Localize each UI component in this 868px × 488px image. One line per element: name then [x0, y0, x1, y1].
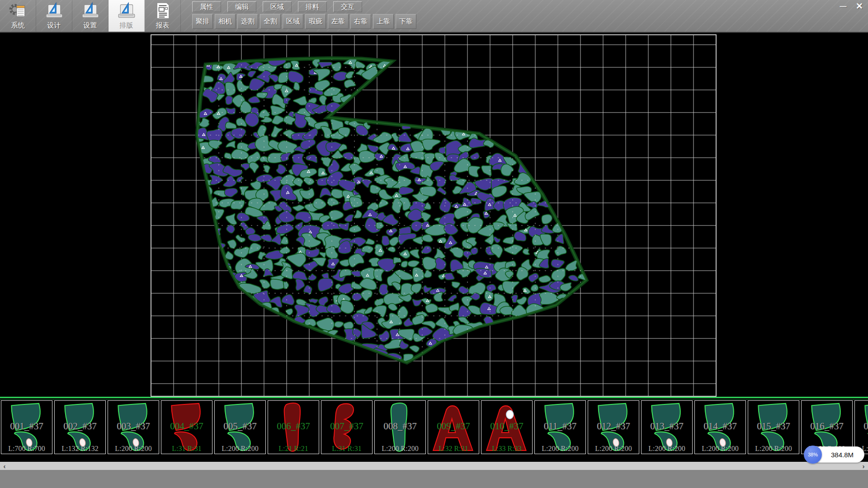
part-name: 012_#37: [588, 421, 639, 432]
part-thumbnail[interactable]: 004_#37L:31 R:31: [161, 400, 212, 454]
hide-nesting-view: [0, 33, 868, 397]
part-thumbnail[interactable]: 002_#37L:132 R:132: [54, 400, 106, 454]
part-lr-count: L:200 R:200: [535, 445, 585, 453]
select-cut-button[interactable]: 选割: [237, 14, 258, 29]
tab-nesting[interactable]: 排料: [298, 1, 327, 12]
app-window: 系统设计设置排版报表 属性编辑区域排料交互 聚排相机选割全割区域瑕疵左靠右靠上靠…: [0, 0, 868, 488]
part-name: 017_#37: [855, 421, 868, 432]
part-name: 004_#37: [161, 421, 212, 432]
part-name: 009_#37: [428, 421, 479, 432]
strip-separator: [0, 397, 868, 399]
part-thumbnail[interactable]: 009_#37L:32 R:31: [428, 400, 479, 454]
part-lr-count: L:132 R:132: [55, 445, 105, 453]
tab-edit[interactable]: 编辑: [227, 1, 256, 12]
tab-interaction[interactable]: 交互: [333, 1, 362, 12]
part-lr-count: L:31 R:31: [161, 445, 212, 453]
tab-region[interactable]: 区域: [263, 1, 292, 12]
module-system[interactable]: 系统: [0, 0, 36, 32]
gear-notebook-icon: [9, 1, 28, 20]
part-lr-count: L:200 R:200: [375, 445, 425, 453]
tab-properties[interactable]: 属性: [192, 1, 221, 12]
module-label: 报表: [156, 21, 170, 30]
part-name: 015_#37: [748, 421, 799, 432]
part-name: 001_#37: [1, 421, 52, 432]
part-name: 011_#37: [535, 421, 585, 432]
module-report[interactable]: 报表: [145, 0, 181, 32]
camera-button[interactable]: 相机: [215, 14, 236, 29]
module-settings[interactable]: 设置: [72, 0, 108, 32]
part-lr-count: L:32 R:31: [428, 445, 479, 453]
module-label: 系统: [11, 21, 25, 30]
part-thumbnail[interactable]: 007_#37L:31 R:31: [321, 400, 373, 454]
laptop-ruler-icon: [45, 1, 64, 20]
part-lr-count: L:200 R:200: [748, 445, 799, 453]
part-thumbnail[interactable]: 008_#37L:200 R:200: [374, 400, 426, 454]
window-controls: — ✕: [836, 1, 866, 11]
progress-circle: 38%: [804, 446, 822, 464]
part-thumbnail[interactable]: 015_#37L:200 R:200: [748, 400, 799, 454]
laptop-ruler-icon: [81, 1, 100, 20]
module-design[interactable]: 设计: [36, 0, 72, 32]
status-bar: [0, 470, 868, 488]
nesting-canvas[interactable]: [0, 33, 868, 397]
part-thumbnail[interactable]: 001_#37L:700 R:700: [1, 400, 52, 454]
horizontal-scrollbar[interactable]: ‹ ›: [0, 462, 868, 470]
module-label: 设置: [84, 21, 97, 30]
part-name: 014_#37: [695, 421, 745, 432]
part-name: 013_#37: [642, 421, 692, 432]
module-label: 设计: [47, 21, 61, 30]
snap-right-button[interactable]: 右靠: [350, 14, 371, 29]
module-label: 排版: [120, 21, 133, 30]
cluster-nest-button[interactable]: 聚排: [192, 14, 213, 29]
report-document-icon: [153, 1, 172, 20]
minimize-button[interactable]: —: [836, 1, 850, 11]
tool-button-bar: 聚排相机选割全割区域瑕疵左靠右靠上靠下靠: [192, 14, 416, 29]
region-button[interactable]: 区域: [283, 14, 303, 29]
part-name: 006_#37: [268, 421, 319, 432]
part-name: 005_#37: [215, 421, 265, 432]
progress-badge: 384.8M 38%: [804, 446, 867, 464]
part-lr-count: L:700 R:700: [1, 445, 52, 453]
part-name: 002_#37: [55, 421, 105, 432]
module-bar: 系统设计设置排版报表: [0, 0, 181, 32]
part-name: 003_#37: [108, 421, 159, 432]
part-lr-count: L:200 R:200: [642, 445, 692, 453]
part-lr-count: L:200 R:200: [588, 445, 639, 453]
part-thumbnail[interactable]: 014_#37L:200 R:200: [694, 400, 746, 454]
part-name: 008_#37: [375, 421, 425, 432]
part-thumbnail[interactable]: 003_#37L:200 R:200: [108, 400, 159, 454]
part-thumbnail[interactable]: 005_#37L:200 R:200: [214, 400, 266, 454]
laptop-ruler-icon: [117, 1, 136, 20]
part-thumbnail[interactable]: 011_#37L:200 R:200: [534, 400, 586, 454]
part-lr-count: L:200 R:200: [215, 445, 265, 453]
part-name: 007_#37: [321, 421, 372, 432]
part-thumbnail[interactable]: 010_#37L:33 R:33: [481, 400, 533, 454]
memory-value: 384.8M: [831, 451, 854, 459]
snap-top-button[interactable]: 上靠: [373, 14, 394, 29]
cut-all-button[interactable]: 全割: [260, 14, 281, 29]
module-layout[interactable]: 排版: [108, 0, 145, 32]
scroll-left-arrow[interactable]: ‹: [0, 462, 9, 470]
part-name: 016_#37: [802, 421, 852, 432]
part-name: 010_#37: [481, 421, 532, 432]
snap-bottom-button[interactable]: 下靠: [396, 14, 416, 29]
close-button[interactable]: ✕: [853, 1, 866, 11]
progress-value: 38%: [808, 452, 818, 457]
part-thumbnail[interactable]: 006_#37L:21 R:21: [268, 400, 319, 454]
part-lr-count: L:21 R:21: [268, 445, 319, 453]
part-lr-count: L:200 R:200: [108, 445, 159, 453]
part-lr-count: L:33 R:33: [481, 445, 532, 453]
defect-button[interactable]: 瑕疵: [305, 14, 326, 29]
snap-left-button[interactable]: 左靠: [328, 14, 349, 29]
part-thumbnail[interactable]: 013_#37L:200 R:200: [641, 400, 693, 454]
part-lr-count: L:200 R:200: [695, 445, 745, 453]
part-thumbnail[interactable]: 012_#37L:200 R:200: [588, 400, 639, 454]
toolbar: 系统设计设置排版报表 属性编辑区域排料交互 聚排相机选割全割区域瑕疵左靠右靠上靠…: [0, 0, 868, 33]
parts-strip: 001_#37L:700 R:700002_#37L:132 R:132003_…: [1, 400, 868, 454]
part-lr-count: L:31 R:31: [321, 445, 372, 453]
menu-tab-bar: 属性编辑区域排料交互: [192, 1, 362, 12]
